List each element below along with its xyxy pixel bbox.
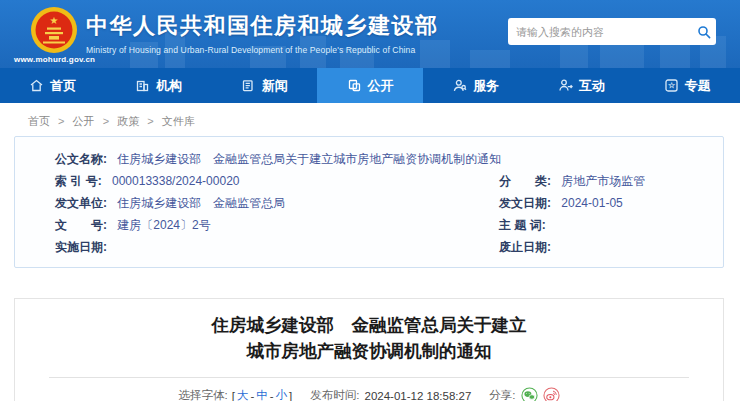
site-title-block: 中华人民共和国住房和城乡建设部 Ministry of Housing and … [86, 11, 439, 55]
meta-value: 2024-01-05 [561, 196, 622, 210]
meta-value: 建房〔2024〕2号 [117, 218, 210, 232]
font-size-medium-button[interactable]: 中 [256, 388, 268, 401]
meta-label: 索 引 号: [55, 174, 102, 188]
meta-row-number-keywords: 文 号: 建房〔2024〕2号 主 题 词: [15, 214, 723, 236]
meta-label: 发文单位: [55, 196, 107, 210]
topics-icon: ☆ [664, 78, 679, 93]
search-box [508, 18, 716, 45]
article-title: 住房城乡建设部 金融监管总局关于建立 城市房地产融资协调机制的通知 [15, 312, 723, 364]
nav-item-label: 专题 [685, 77, 711, 95]
meta-label: 分 类: [499, 174, 551, 188]
national-emblem: ★ [30, 5, 78, 55]
meta-value: 房地产市场监管 [561, 174, 645, 188]
meta-label: 发文日期: [499, 196, 551, 210]
nav-item-home[interactable]: 首页 [0, 68, 106, 103]
meta-row-index-category: 索 引 号: 000013338/2024-00020 分 类: 房地产市场监管 [15, 170, 723, 192]
search-input[interactable] [508, 26, 692, 38]
nav-item-interaction[interactable]: 互动 [529, 68, 635, 103]
breadcrumb-disclosure[interactable]: 公开 [73, 115, 95, 127]
site-header: ★ www.mohurd.gov.cn 中华人民共和国住房和城乡建设部 Mini… [0, 0, 740, 68]
svg-text:★: ★ [50, 15, 59, 26]
nav-item-label: 公开 [368, 77, 394, 95]
news-icon [241, 78, 256, 93]
weibo-share-icon[interactable] [543, 387, 560, 401]
publish-time-label: 发布时间: [310, 388, 359, 401]
nav-item-services[interactable]: 服务 [423, 68, 529, 103]
font-size-large-button[interactable]: 大 [237, 388, 249, 401]
breadcrumb-policy[interactable]: 政策 [117, 115, 139, 127]
main-nav: 首页 机构 新闻 公开 服务 [0, 68, 740, 103]
article-divider [49, 377, 689, 378]
meta-label: 公文名称: [55, 152, 107, 166]
font-size-separator: - [250, 390, 254, 401]
search-icon[interactable] [692, 18, 716, 45]
breadcrumb-home[interactable]: 首页 [28, 115, 50, 127]
meta-row-effective-expiry: 实施日期: 废止日期: [15, 236, 723, 258]
meta-label: 实施日期: [55, 240, 107, 254]
nav-item-label: 机构 [156, 77, 182, 95]
font-size-separator: - [270, 390, 274, 401]
nav-item-topics[interactable]: ☆ 专题 [634, 68, 740, 103]
breadcrumb-separator: > [147, 115, 153, 127]
nav-item-label: 服务 [473, 77, 499, 95]
meta-label: 文 号: [55, 218, 107, 232]
meta-value: 住房城乡建设部 金融监管总局 [117, 196, 285, 210]
building-icon [135, 78, 150, 93]
meta-label: 废止日期: [499, 240, 551, 254]
disclosure-icon [347, 78, 362, 93]
svg-text:☆: ☆ [668, 81, 676, 90]
nav-item-news[interactable]: 新闻 [211, 68, 317, 103]
meta-label: 主 题 词: [499, 218, 546, 232]
bracket-open: [ [232, 390, 235, 401]
site-subtitle: Ministry of Housing and Urban-Rural Deve… [86, 45, 439, 55]
site-title: 中华人民共和国住房和城乡建设部 [86, 11, 439, 41]
nav-item-label: 首页 [50, 77, 76, 95]
font-size-label: 选择字体: [179, 388, 228, 401]
site-url: www.mohurd.gov.cn [14, 55, 94, 64]
meta-value: 000013338/2024-00020 [112, 174, 239, 188]
bracket-close: ] [289, 390, 292, 401]
nav-item-label: 新闻 [262, 77, 288, 95]
wechat-share-icon[interactable] [521, 387, 538, 401]
nav-item-orgs[interactable]: 机构 [106, 68, 212, 103]
interaction-icon [558, 78, 573, 93]
font-size-small-button[interactable]: 小 [276, 388, 288, 401]
article-title-line2: 城市房地产融资协调机制的通知 [15, 338, 723, 364]
publish-time-value: 2024-01-12 18:58:27 [365, 390, 472, 401]
document-meta-panel: 公文名称: 住房城乡建设部 金融监管总局关于建立城市房地产融资协调机制的通知 索… [14, 136, 724, 268]
nav-item-disclosure[interactable]: 公开 [317, 68, 423, 103]
article-panel: 住房城乡建设部 金融监管总局关于建立 城市房地产融资协调机制的通知 选择字体: … [14, 298, 724, 401]
meta-row-issuer-date: 发文单位: 住房城乡建设部 金融监管总局 发文日期: 2024-01-05 [15, 192, 723, 214]
meta-row-doc-name: 公文名称: 住房城乡建设部 金融监管总局关于建立城市房地产融资协调机制的通知 [15, 148, 723, 170]
home-icon [29, 78, 44, 93]
breadcrumb-separator: > [103, 115, 109, 127]
article-title-line1: 住房城乡建设部 金融监管总局关于建立 [15, 312, 723, 338]
breadcrumb-separator: > [58, 115, 64, 127]
article-toolbar: 选择字体: [ 大 - 中 - 小 ] 发布时间: 2024-01-12 18:… [15, 387, 723, 401]
share-label: 分享: [489, 388, 515, 401]
breadcrumb: 首页 > 公开 > 政策 > 文件库 [28, 114, 195, 129]
breadcrumb-file-library[interactable]: 文件库 [162, 115, 195, 127]
nav-item-label: 互动 [579, 77, 605, 95]
service-icon [452, 78, 467, 93]
meta-value: 住房城乡建设部 金融监管总局关于建立城市房地产融资协调机制的通知 [117, 152, 501, 166]
